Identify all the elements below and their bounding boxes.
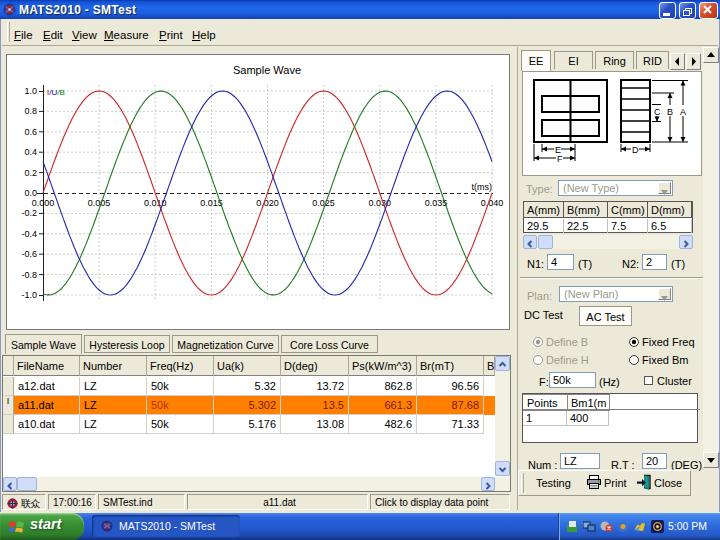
svg-text:0.6: 0.6 — [24, 127, 37, 137]
svg-text:A: A — [680, 107, 686, 117]
svg-text:0.005: 0.005 — [88, 198, 111, 208]
svg-text:I/U/B: I/U/B — [47, 88, 65, 97]
svg-text:0.4: 0.4 — [24, 147, 37, 157]
svg-text:0.0: 0.0 — [24, 188, 37, 198]
svg-text:C: C — [654, 107, 661, 117]
svg-text:B: B — [667, 107, 673, 117]
svg-text:t(ms): t(ms) — [472, 182, 493, 192]
svg-text:0.000: 0.000 — [32, 198, 55, 208]
svg-text:Sample Wave: Sample Wave — [233, 64, 301, 76]
svg-text:0.020: 0.020 — [256, 198, 279, 208]
svg-text:-1.0: -1.0 — [21, 290, 37, 300]
svg-text:0.040: 0.040 — [481, 198, 504, 208]
svg-text:1.0: 1.0 — [24, 86, 37, 96]
svg-text:D: D — [632, 145, 639, 155]
svg-text:-0.6: -0.6 — [21, 249, 37, 259]
svg-text:0.8: 0.8 — [24, 106, 37, 116]
svg-text:0.025: 0.025 — [312, 198, 335, 208]
svg-text:-0.2: -0.2 — [21, 208, 37, 218]
svg-text:0.2: 0.2 — [24, 168, 37, 178]
svg-text:-0.8: -0.8 — [21, 270, 37, 280]
svg-text:F: F — [557, 154, 563, 164]
svg-text:-0.4: -0.4 — [21, 229, 37, 239]
